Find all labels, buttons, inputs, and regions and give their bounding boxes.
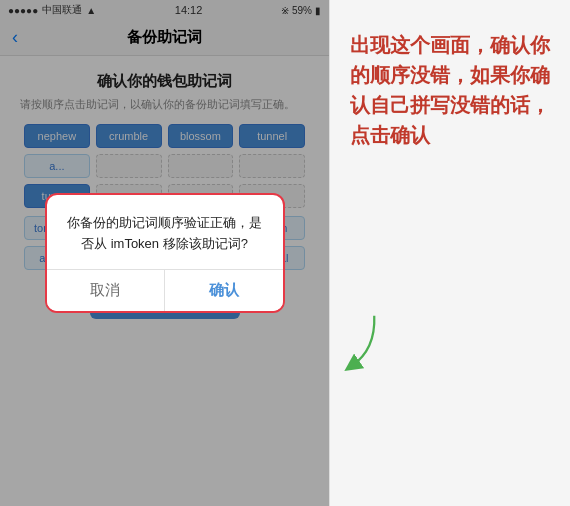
annotation-text: 出现这个画面，确认你的顺序没错，如果你确认自己拼写没错的话，点击确认: [350, 30, 558, 150]
dialog-actions: 取消 确认: [47, 269, 283, 311]
annotation-section: 出现这个画面，确认你的顺序没错，如果你确认自己拼写没错的话，点击确认: [330, 0, 570, 506]
dialog-box: 你备份的助记词顺序验证正确，是否从 imToken 移除该助记词? 取消 确认: [45, 193, 285, 313]
dialog-ok-button[interactable]: 确认: [165, 270, 283, 311]
arrow-indicator: [338, 312, 388, 376]
dialog-body: 你备份的助记词顺序验证正确，是否从 imToken 移除该助记词?: [47, 195, 283, 269]
dialog-overlay: 你备份的助记词顺序验证正确，是否从 imToken 移除该助记词? 取消 确认: [0, 0, 329, 506]
dialog-message: 你备份的助记词顺序验证正确，是否从 imToken 移除该助记词?: [63, 213, 267, 255]
phone-mockup: ●●●●● 中国联通 ▲ 14:12 ※ 59% ▮ ‹ 备份助记词 确认你的钱…: [0, 0, 330, 506]
dialog-cancel-button[interactable]: 取消: [47, 270, 166, 311]
